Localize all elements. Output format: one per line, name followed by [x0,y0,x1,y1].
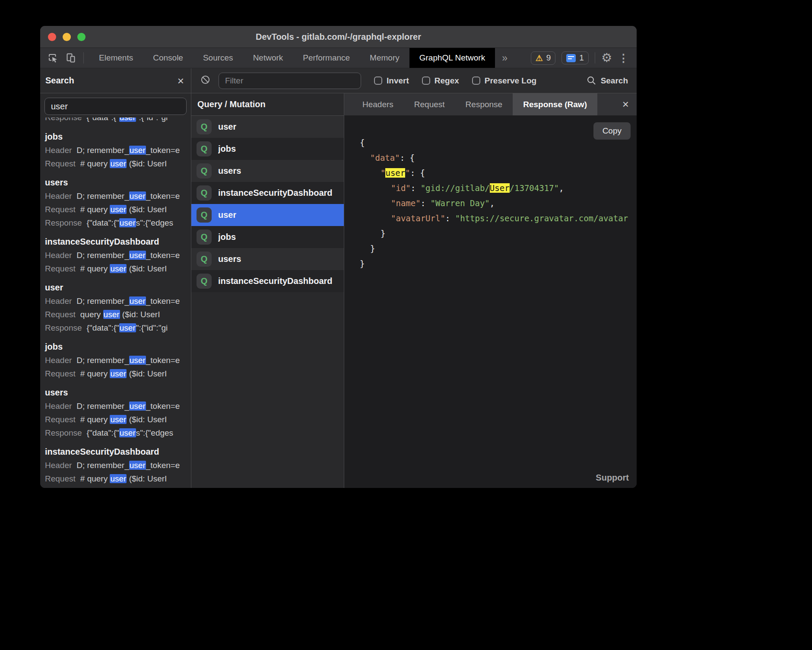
result-line: HeaderD; remember_user_token=e [45,249,191,262]
result-section-users[interactable]: usersHeaderD; remember_user_token=eReque… [45,388,191,440]
query-item-label: jobs [218,144,236,154]
support-link[interactable]: Support [596,473,629,483]
search-match-highlight: user [119,218,136,227]
result-section-users[interactable]: usersHeaderD; remember_user_token=eReque… [45,178,191,229]
result-line-label: Request [45,415,76,424]
devtools-tab-memory[interactable]: Memory [360,48,409,68]
kebab-menu-icon[interactable]: ⋮ [618,53,629,64]
json-line: "user": { [360,166,637,181]
query-list-item-instancesecuritydashboard[interactable]: QinstanceSecurityDashboard [191,182,344,204]
devtools-tab-elements[interactable]: Elements [89,48,143,68]
result-section-instancesecuritydashboard[interactable]: instanceSecurityDashboardHeaderD; rememb… [45,237,191,275]
result-section-user[interactable]: userHeaderD; remember_user_token=eReques… [45,283,191,335]
result-section-jobs[interactable]: jobsHeaderD; remember_user_token=eReques… [45,132,191,170]
search-match-highlight: user [119,323,136,332]
close-search-icon[interactable]: × [178,75,184,86]
checkbox-box[interactable] [422,76,430,85]
search-results-list: Response{"data":{"user":{"id":"gijobsHea… [40,118,191,488]
response-tab-headers[interactable]: Headers [352,93,404,115]
warning-icon: ⚠ [536,53,543,63]
settings-gear-icon[interactable]: ⚙ [601,52,612,64]
result-line: HeaderD; remember_user_token=e [45,143,191,157]
devtools-tab-console[interactable]: Console [143,48,193,68]
query-type-icon: Q [197,185,212,201]
query-list-item-user[interactable]: Quser [191,204,344,226]
result-line-label: Request [45,310,76,319]
result-section-title: jobs [45,132,191,142]
search-match-highlight: user [110,205,127,214]
result-section-jobs[interactable]: jobsHeaderD; remember_user_token=eReques… [45,342,191,380]
checkbox-box[interactable] [374,76,382,85]
result-section-title: users [45,178,191,188]
search-match-highlight: user [110,264,127,273]
result-line-label: Response [45,218,82,227]
query-list-item-users[interactable]: Qusers [191,160,344,182]
query-item-label: users [218,254,241,264]
query-type-icon: Q [197,252,212,267]
copy-button[interactable]: Copy [593,122,631,140]
devtools-tab-network[interactable]: Network [243,48,293,68]
devtools-tab-graphql-network[interactable]: GraphQL Network [409,48,495,68]
json-content: {"data": {"user": {"id": "gid://gitlab/U… [360,135,637,271]
search-match-highlight: user [129,251,146,260]
checkbox-label: Regex [435,76,459,86]
query-list-item-instancesecuritydashboard[interactable]: QinstanceSecurityDashboard [191,270,344,292]
result-line: HeaderD; remember_user_token=e [45,294,191,308]
query-list-header: Query / Mutation [191,93,344,116]
result-line: Response{"data":{"user":{"id":"gi [45,118,191,124]
query-list-item-jobs[interactable]: Qjobs [191,138,344,160]
query-list-item-jobs[interactable]: Qjobs [191,226,344,248]
result-line-label: Header [45,296,72,306]
toolbar-divider [83,52,84,64]
response-tabs: HeadersRequestResponseResponse (Raw)× [344,93,637,115]
query-item-label: jobs [218,232,236,242]
window-title: DevTools - gitlab.com/-/graphql-explorer [40,32,637,42]
result-line: Request# query user ($id: UserI [45,262,191,275]
result-line: Requestquery user ($id: UserI [45,308,191,321]
response-raw-view: Copy {"data": {"user": {"id": "gid://git… [344,115,637,488]
result-line-label: Header [45,461,72,470]
close-window-button[interactable] [48,33,56,41]
search-input[interactable] [44,98,187,115]
result-line: Response{"data":{"user":{"id":"gi [45,321,191,335]
result-section-title: users [45,388,191,398]
json-line: } [360,226,637,241]
devtools-tab-performance[interactable]: Performance [293,48,360,68]
devtools-tab-sources[interactable]: Sources [193,48,243,68]
result-line-label: Header [45,251,72,260]
query-list-item-users[interactable]: Qusers [191,248,344,270]
result-line: Request# query user ($id: UserI [45,157,191,170]
result-section-title: instanceSecurityDashboard [45,237,191,247]
response-tab-request[interactable]: Request [404,93,455,115]
search-input-wrap [40,93,191,118]
query-list-item-user[interactable]: Quser [191,116,344,138]
issues-badge[interactable]: 1 [561,51,589,64]
json-line: "name": "Warren Day", [360,196,637,211]
toolbar-search-button[interactable]: Search [587,76,628,86]
result-section-instancesecuritydashboard[interactable]: instanceSecurityDashboardHeaderD; rememb… [45,447,191,485]
result-line: Request# query user ($id: UserI [45,472,191,485]
clear-requests-icon[interactable] [200,74,211,87]
checkbox-preserve-log[interactable]: Preserve Log [472,76,536,86]
response-tab-response-raw[interactable]: Response (Raw) [513,93,597,115]
more-tabs-button[interactable]: » [495,48,514,68]
close-details-icon[interactable]: × [622,93,629,115]
result-line-label: Header [45,146,72,155]
result-line-label: Request [45,369,76,378]
filter-checkboxes: InvertRegexPreserve Log [361,76,536,86]
checkbox-box[interactable] [472,76,480,85]
search-icon [587,76,596,86]
result-line-label: Response [45,323,82,332]
maximize-window-button[interactable] [77,33,86,41]
warnings-badge[interactable]: ⚠ 9 [531,51,556,65]
desktop-background: { "window": { "title": "DevTools - gitla… [0,0,812,650]
inspect-element-icon[interactable] [47,52,58,64]
filter-input[interactable] [219,73,361,89]
minimize-window-button[interactable] [63,33,71,41]
search-match-highlight: user [129,461,146,470]
result-section-title: instanceSecurityDashboard [45,447,191,457]
response-tab-response[interactable]: Response [455,93,513,115]
checkbox-invert[interactable]: Invert [374,76,409,86]
checkbox-regex[interactable]: Regex [422,76,459,86]
device-toolbar-icon[interactable] [65,52,76,64]
